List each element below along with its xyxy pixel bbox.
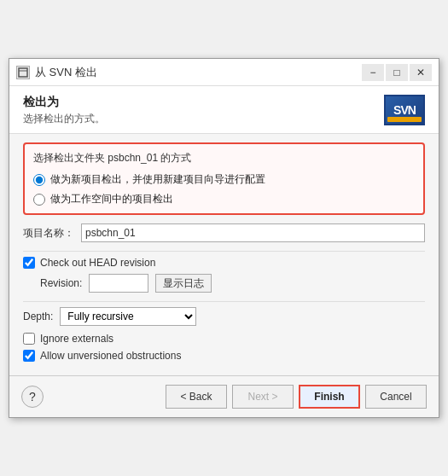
checkout-head-checkbox[interactable] <box>23 257 35 269</box>
next-button[interactable]: Next > <box>232 385 294 409</box>
radio-group: 做为新项目检出，并使用新建项目向导进行配置 做为工作空间中的项目检出 <box>33 172 415 206</box>
project-name-row: 项目名称： <box>23 223 425 242</box>
footer: ? < Back Next > Finish Cancel <box>9 375 439 417</box>
cancel-button[interactable]: Cancel <box>365 385 427 409</box>
project-name-input[interactable] <box>81 223 425 242</box>
checkout-mode-section: 选择检出文件夹 psbchn_01 的方式 做为新项目检出，并使用新建项目向导进… <box>23 142 425 215</box>
minimize-button[interactable]: − <box>362 64 384 81</box>
checkout-head-row[interactable]: Check out HEAD revision <box>23 257 425 269</box>
footer-right: < Back Next > Finish Cancel <box>166 385 427 409</box>
revision-input[interactable] <box>89 274 148 293</box>
svg-rect-0 <box>19 68 27 77</box>
header-section: 检出为 选择检出的方式。 SVN <box>9 86 439 134</box>
allow-unversioned-label: Allow unversioned obstructions <box>40 350 181 362</box>
header-text: 检出为 选择检出的方式。 <box>23 95 105 126</box>
window-title: 从 SVN 检出 <box>35 65 97 80</box>
depth-row: Depth: Fully recursive Immediate childre… <box>23 307 425 326</box>
show-log-button[interactable]: 显示日志 <box>155 274 212 293</box>
help-button[interactable]: ? <box>21 386 44 408</box>
depth-label: Depth: <box>23 311 53 322</box>
checkout-head-label: Check out HEAD revision <box>40 257 155 269</box>
footer-left: ? <box>21 386 44 408</box>
depth-select[interactable]: Fully recursive Immediate children Only … <box>60 307 196 326</box>
finish-button[interactable]: Finish <box>299 385 360 409</box>
ignore-externals-row[interactable]: Ignore externals <box>23 333 425 345</box>
radio-existing-workspace[interactable]: 做为工作空间中的项目检出 <box>33 192 415 206</box>
content-area: 选择检出文件夹 psbchn_01 的方式 做为新项目检出，并使用新建项目向导进… <box>9 134 439 375</box>
revision-label: Revision: <box>40 277 82 289</box>
radio-new-project[interactable]: 做为新项目检出，并使用新建项目向导进行配置 <box>33 172 415 187</box>
header-heading: 检出为 <box>23 95 105 110</box>
header-subtext: 选择检出的方式。 <box>23 112 105 126</box>
allow-unversioned-checkbox[interactable] <box>23 350 35 362</box>
ignore-externals-checkbox[interactable] <box>23 333 35 345</box>
title-controls: − □ ✕ <box>362 64 432 81</box>
back-button[interactable]: < Back <box>166 385 227 409</box>
title-bar-left: 从 SVN 检出 <box>16 65 97 80</box>
section-title: 选择检出文件夹 psbchn_01 的方式 <box>33 151 415 165</box>
title-bar: 从 SVN 检出 − □ ✕ <box>9 59 439 86</box>
ignore-externals-label: Ignore externals <box>40 333 113 345</box>
separator-1 <box>23 251 425 252</box>
close-button[interactable]: ✕ <box>410 64 432 81</box>
project-name-label: 项目名称： <box>23 226 74 241</box>
svn-logo: SVN <box>384 95 425 125</box>
radio-existing-workspace-label: 做为工作空间中的项目检出 <box>50 192 173 206</box>
revision-row: Revision: 显示日志 <box>40 274 425 293</box>
window-icon <box>16 66 30 79</box>
maximize-button[interactable]: □ <box>386 64 408 81</box>
main-window: 从 SVN 检出 − □ ✕ 检出为 选择检出的方式。 SVN 选择检出文件夹 … <box>9 58 439 418</box>
allow-unversioned-row[interactable]: Allow unversioned obstructions <box>23 350 425 362</box>
radio-new-project-input[interactable] <box>33 174 45 186</box>
separator-2 <box>23 301 425 302</box>
radio-new-project-label: 做为新项目检出，并使用新建项目向导进行配置 <box>50 172 265 187</box>
radio-existing-workspace-input[interactable] <box>33 194 45 206</box>
